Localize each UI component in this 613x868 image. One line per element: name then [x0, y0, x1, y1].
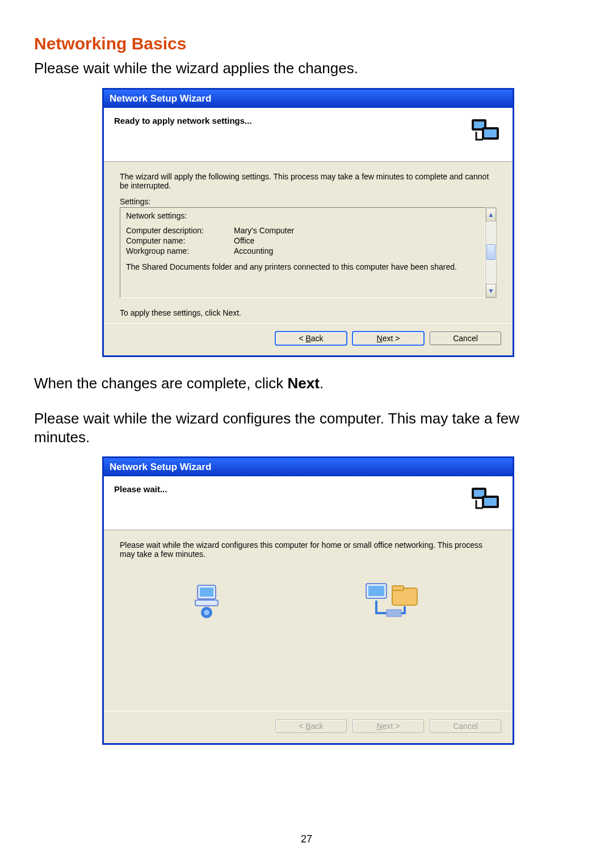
settings-row: Workgroup name: Accounting [126, 246, 479, 255]
svg-rect-9 [200, 588, 213, 597]
cancel-button: Cancel [430, 719, 501, 733]
settings-row-val: Office [234, 236, 254, 245]
settings-row-key: Workgroup name: [126, 246, 234, 255]
svg-rect-5 [474, 490, 484, 497]
page-number: 27 [0, 833, 613, 845]
scroll-up-icon[interactable]: ▲ [486, 208, 496, 221]
svg-rect-7 [484, 498, 497, 506]
mid-text-2: Please wait while the wizard configures … [34, 409, 579, 446]
back-underline: B [305, 722, 310, 731]
wizard1-intro: The wizard will apply the following sett… [120, 172, 497, 190]
next-rest: ext > [383, 722, 400, 731]
wizard2-heading: Please wait... [114, 484, 167, 494]
back-prefix: < [299, 334, 305, 343]
mid-text-1-bold: Next [288, 375, 320, 392]
back-button: < Back [275, 719, 347, 733]
settings-row-key: Computer name: [126, 236, 234, 245]
svg-rect-16 [392, 586, 404, 590]
intro-text-1: Please wait while the wizard applies the… [34, 59, 579, 78]
svg-rect-17 [387, 610, 401, 617]
mid-text-1b: . [320, 375, 324, 392]
wizard1-apply-hint: To apply these settings, click Next. [120, 308, 497, 317]
settings-row-val: Mary's Computer [234, 226, 294, 235]
mid-text-1: When the changes are complete, click Nex… [34, 374, 579, 393]
next-underline: N [377, 334, 383, 343]
wizard1-header: Ready to apply network settings... [104, 108, 513, 162]
settings-footer: The Shared Documents folder and any prin… [126, 262, 479, 271]
settings-row: Computer description: Mary's Computer [126, 226, 479, 235]
wizard1-footer: < Back Next > Cancel [104, 323, 513, 355]
svg-rect-3 [484, 129, 497, 137]
back-rest: ack [311, 722, 324, 731]
svg-rect-14 [368, 586, 384, 596]
network-devices-icon [471, 483, 502, 515]
wizard1-content: The wizard will apply the following sett… [104, 162, 513, 323]
wizard1-scrollbar[interactable]: ▲ ▼ [485, 207, 497, 298]
wizard2-content: Please wait while the wizard configures … [104, 530, 513, 711]
wizard2-body: Please wait while the wizard configures … [120, 540, 497, 559]
wizard2-titlebar[interactable]: Network Setup Wizard [104, 458, 513, 476]
network-setup-wizard-wait: Network Setup Wizard Please wait... Plea… [102, 456, 514, 745]
scroll-track[interactable] [486, 221, 496, 284]
wizard2-footer: < Back Next > Cancel [104, 711, 513, 743]
mid-text-1a: When the changes are complete, click [34, 375, 288, 392]
wizard1-titlebar[interactable]: Network Setup Wizard [104, 90, 513, 108]
settings-row-val: Accounting [234, 246, 273, 255]
settings-header: Network settings: [126, 211, 479, 220]
back-button[interactable]: < Back [275, 332, 347, 345]
wizard1-settings-box: Network settings: Computer description: … [120, 207, 485, 298]
settings-row-key: Computer description: [126, 226, 234, 235]
back-prefix: < [299, 722, 305, 731]
wizard2-illustration [120, 581, 497, 623]
wizard1-settings-label: Settings: [120, 197, 497, 206]
next-button: Next > [352, 719, 424, 733]
wizard1-heading: Ready to apply network settings... [114, 116, 252, 125]
next-underline: N [377, 722, 383, 731]
network-devices-icon [471, 115, 502, 146]
next-button[interactable]: Next > [352, 332, 424, 345]
next-rest: ext > [383, 334, 400, 343]
network-share-icon [364, 581, 426, 623]
wizard2-header: Please wait... [104, 476, 513, 530]
computer-icon [191, 583, 222, 621]
back-underline: B [305, 334, 310, 343]
scroll-thumb[interactable] [486, 244, 496, 260]
svg-rect-10 [195, 600, 218, 606]
svg-rect-1 [474, 121, 484, 128]
network-setup-wizard-ready: Network Setup Wizard Ready to apply netw… [102, 88, 514, 357]
scroll-down-icon[interactable]: ▼ [486, 284, 496, 297]
settings-row: Computer name: Office [126, 236, 479, 245]
section-title: Networking Basics [34, 34, 579, 53]
cancel-button[interactable]: Cancel [430, 332, 501, 345]
back-rest: ack [311, 334, 324, 343]
svg-point-12 [204, 610, 209, 615]
